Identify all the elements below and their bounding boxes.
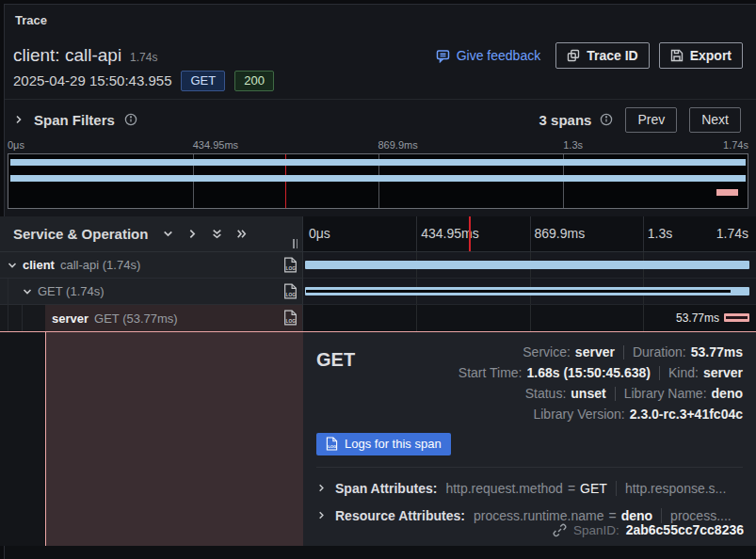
copy-icon [567,49,580,62]
span-row-server-selected[interactable]: server GET (53.77ms) LOG 53.77ms [0,305,756,331]
attribute-pair: http.request.method = GET [445,481,607,496]
meta-value: 1.68s (15:50:45.638) [526,365,651,380]
panel-title: Trace [15,13,47,27]
span-attributes-label: Span Attributes: [335,481,437,496]
detail-title: GET [316,342,355,422]
span-duration-label: 53.77ms [676,311,719,325]
span-filters-label: Span Filters [34,112,115,128]
trace-grid-header: Service & Operation 0μs 434.95ms 869.9ms… [0,216,756,252]
svg-text:LOG: LOG [286,293,297,297]
detail-meta: Service: server Duration: 53.77ms Start … [458,342,743,422]
attribute-truncated: process.... [670,508,732,523]
minimap-tick: 1.3s [563,139,583,151]
trace-meta-row: 2025-04-29 15:50:43.955 GET 200 [13,70,274,91]
span-bar-get[interactable] [305,287,749,295]
span-id-label: SpanID: [573,523,619,537]
selected-span-tint [45,332,303,546]
span-id-value: 2ab6c55cc7cc8236 [626,522,744,537]
chevron-down-icon[interactable] [7,260,18,271]
next-span-button[interactable]: Next [689,107,741,133]
column-resize-handle[interactable] [293,239,298,248]
svg-text:LOG: LOG [286,319,297,324]
meta-value: unset [571,386,605,401]
chevron-right-icon [316,510,327,520]
span-operation: GET (53.77ms) [94,311,178,326]
double-chevron-right-icon[interactable] [235,228,248,240]
svg-text:LOG: LOG [328,444,337,449]
span-bar-client[interactable] [305,261,749,269]
timeline-tick: 869.9ms [535,226,586,241]
log-icon[interactable]: LOG [283,310,298,326]
minimap-tick: 434.95ms [193,139,238,151]
bottom-strip [5,546,756,559]
trace-id-button[interactable]: Trace ID [555,42,649,69]
span-bar-server[interactable] [724,313,749,322]
timeline-gridline [530,216,531,251]
span-detail-panel: GET Service: server Duration: 53.77ms St… [0,331,756,546]
span-attributes-toggle[interactable]: Span Attributes: http.request.method = G… [316,475,743,501]
info-icon[interactable] [600,113,613,126]
chevron-right-icon[interactable] [186,228,199,240]
span-service: server [52,311,88,326]
chevron-down-icon[interactable] [22,286,33,297]
timeline-header: 0μs 434.95ms 869.9ms 1.3s 1.74s [303,216,756,252]
timeline-tick: 1.74s [716,226,748,241]
info-icon[interactable] [124,113,137,126]
timeline-tick: 0μs [309,226,330,241]
log-icon[interactable]: LOG [283,283,298,299]
double-chevron-down-icon[interactable] [211,228,223,240]
meta-label: Duration: [633,344,686,359]
meta-value: 53.77ms [691,344,743,359]
span-count: 3 spans [539,112,592,128]
timeline-minimap[interactable] [8,153,748,209]
status-code-badge: 200 [234,71,274,91]
save-icon [670,49,684,62]
meta-value: server [575,344,615,359]
span-service: client [23,258,55,272]
meta-value: server [703,365,743,380]
comment-icon [436,49,450,63]
span-filters-toggle[interactable]: Span Filters [13,112,137,128]
meta-label: Library Version: [533,407,624,422]
minimap-span-bar-get [10,175,746,182]
span-filters-row: Span Filters 3 spans Prev Next [13,104,741,135]
meta-label: Start Time: [458,365,523,380]
minimap-span-bar-client [10,159,746,166]
span-row-get[interactable]: GET (1.74s) LOG [0,279,756,305]
log-icon[interactable]: LOG [283,257,298,273]
chevron-right-icon [13,114,24,125]
minimap-span-bar-server [716,189,738,196]
chevron-right-icon [316,483,327,493]
export-button[interactable]: Export [659,42,743,69]
trace-duration: 1.74s [130,51,157,64]
method-badge: GET [181,71,225,91]
meta-label: Status: [525,386,567,401]
minimap-tick-labels: 0μs 434.95ms 869.9ms 1.3s 1.74s [8,139,748,152]
minimap-tick: 869.9ms [378,139,418,151]
resource-attributes-label: Resource Attributes: [335,508,465,523]
attribute-truncated: http.response.s... [625,481,726,496]
span-operation: GET (1.74s) [38,284,105,298]
give-feedback-link[interactable]: Give feedback [436,48,541,63]
timeline-time-cursor [469,216,471,251]
span-id-footer: SpanID: 2ab6c55cc7cc8236 [553,522,744,537]
trace-header-row: client: call-api 1.74s Give feedback Tra… [13,41,743,70]
span-rows: client call-api (1.74s) LOG GET (1.74s) [0,252,756,331]
span-operation: call-api (1.74s) [60,258,140,272]
trace-title: client: call-api [13,45,121,66]
chevron-down-icon[interactable] [162,228,174,240]
timeline-gridline [416,216,417,251]
header-divider [5,99,756,100]
minimap-tick: 0μs [8,139,24,151]
prev-span-button[interactable]: Prev [625,107,677,133]
span-row-client[interactable]: client call-api (1.74s) LOG [0,252,756,279]
service-operation-header: Service & Operation [13,226,148,242]
meta-label: Service: [523,344,571,359]
link-icon[interactable] [553,523,567,537]
attribute-pair: process.runtime.name = deno [474,508,652,523]
logs-for-span-button[interactable]: LOG Logs for this span [316,433,451,455]
timeline-gridline [643,216,644,251]
timeline-tick: 1.3s [648,226,672,241]
minimap-tick: 1.74s [723,139,748,151]
meta-value: deno [712,386,743,401]
